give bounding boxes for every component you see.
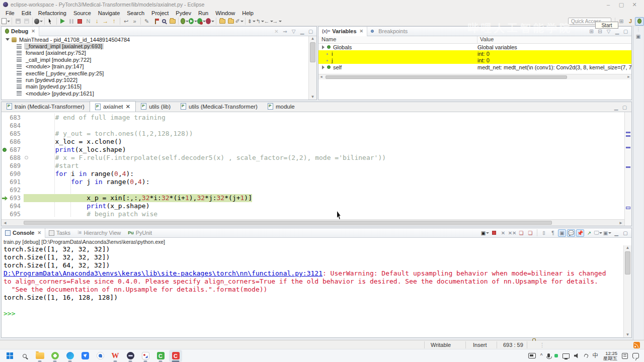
pin-editor-icon[interactable]: ⇟ xyxy=(247,17,256,25)
line-marker-column[interactable] xyxy=(2,202,8,210)
menu-project[interactable]: Project xyxy=(148,10,172,16)
terminate-and-remove-icon[interactable]: ❏ xyxy=(517,229,525,237)
tab-pyunit[interactable]: Pu PyUnit xyxy=(124,228,155,238)
console-file-link[interactable]: D:\ProgramData\Anaconda3\envs\keras\lib\… xyxy=(4,269,323,277)
minimize-icon[interactable]: ▁ xyxy=(298,28,306,35)
fold-column[interactable] xyxy=(21,130,24,138)
line-marker-column[interactable] xyxy=(2,210,8,218)
fold-column[interactable] xyxy=(21,146,24,154)
fold-column[interactable] xyxy=(21,210,24,218)
step-into-icon[interactable]: ↓ xyxy=(93,17,101,25)
editor-maximize-icon[interactable]: ▢ xyxy=(621,104,628,111)
taskbar-search-button[interactable] xyxy=(18,350,31,362)
view-menu-icon[interactable]: ▽ xyxy=(290,28,297,35)
flag-icon[interactable] xyxy=(151,17,159,25)
close-icon[interactable]: ✕ xyxy=(360,29,364,34)
column-value[interactable]: Value xyxy=(477,36,494,43)
console-type-dropdown-icon[interactable]: ▣ xyxy=(481,229,489,237)
new-folder-icon[interactable] xyxy=(218,17,226,25)
open-console-icon[interactable]: ▣ xyxy=(603,229,611,237)
java-perspective-icon[interactable]: J xyxy=(626,17,635,26)
editor-horizontal-scrollbar[interactable]: ◄ ► xyxy=(2,219,624,226)
menu-search[interactable]: Search xyxy=(123,10,148,16)
close-icon[interactable]: ✕ xyxy=(37,230,41,235)
remove-launch-icon[interactable]: ✕ xyxy=(499,229,507,237)
taskbar-app-paint[interactable] xyxy=(139,350,152,362)
drop-to-frame-icon[interactable]: ↩ xyxy=(122,17,130,25)
last-edit-icon[interactable]: ↰ xyxy=(256,17,264,25)
line-marker-column[interactable] xyxy=(2,138,8,146)
expander-icon[interactable] xyxy=(6,38,10,41)
taskbar-app-edge[interactable] xyxy=(63,350,76,362)
back-icon[interactable]: ← xyxy=(264,17,273,25)
cast-icon[interactable] xyxy=(562,353,570,358)
close-icon[interactable]: ✕ xyxy=(31,29,35,34)
stack-frame-row[interactable]: <module> [pydevd.py:1621] xyxy=(2,90,308,97)
start-button[interactable] xyxy=(3,350,16,362)
fold-column[interactable] xyxy=(21,138,24,146)
maximize-icon[interactable]: ▢ xyxy=(307,28,314,35)
overview-ruler[interactable] xyxy=(624,112,631,226)
code-line[interactable]: 690 for i in range(0,4): xyxy=(2,170,624,178)
variables-horizontal-scrollbar[interactable]: ◄ ► xyxy=(318,74,631,79)
taskbar-app-green[interactable] xyxy=(48,350,61,362)
stack-frame-row[interactable]: execfile [_pydev_execfile.py:25] xyxy=(2,70,308,76)
code-line[interactable]: 694 print(x_p.shape) xyxy=(2,202,624,210)
code-line[interactable]: 685 # y_out = torch.ones((1,2,128,128)) xyxy=(2,130,624,138)
notification-center-icon[interactable] xyxy=(622,353,628,359)
line-marker-column[interactable] xyxy=(2,154,8,162)
window-close-button[interactable]: ✕ xyxy=(628,2,641,8)
editor-tab-train[interactable]: train (Medical-Transformer) xyxy=(2,101,90,112)
breakpoint-icon[interactable] xyxy=(3,148,7,152)
taskbar-clock[interactable]: 12:25 星期五 xyxy=(603,351,618,361)
stack-frame-row[interactable]: _forward_impl [axialnet.py:693] xyxy=(2,43,308,49)
mark-occurrences-icon[interactable]: ✎ xyxy=(142,17,151,25)
save-icon[interactable] xyxy=(14,17,22,25)
show-type-names-icon[interactable]: ⊞ xyxy=(588,28,595,35)
fold-column[interactable] xyxy=(21,202,24,210)
remove-terminated-icon[interactable]: ✕ xyxy=(273,28,280,35)
touch-keyboard-icon[interactable] xyxy=(528,353,536,358)
console-vertical-scrollbar[interactable]: ▲ ▼ xyxy=(623,245,631,337)
debug-dropdown-icon[interactable] xyxy=(180,17,189,25)
code-line[interactable]: 684 xyxy=(2,122,624,130)
fold-column[interactable] xyxy=(21,178,24,186)
word-wrap-icon[interactable]: ¶ xyxy=(549,229,557,237)
resume-icon[interactable] xyxy=(58,17,67,25)
debug-perspective-icon[interactable] xyxy=(635,17,644,26)
tab-debug[interactable]: Debug ✕ xyxy=(2,27,39,36)
taskbar-app-circle[interactable] xyxy=(94,350,107,362)
maximize-icon[interactable]: ▢ xyxy=(622,28,629,35)
search-icon[interactable] xyxy=(159,17,168,25)
menu-file[interactable]: File xyxy=(2,10,18,16)
variables-detail-pane[interactable] xyxy=(318,79,631,100)
line-marker-column[interactable] xyxy=(2,186,8,194)
minimize-icon[interactable]: ▁ xyxy=(613,28,621,35)
profile-dropdown-icon[interactable] xyxy=(206,17,214,25)
stack-frame-row[interactable]: <module> [train.py:147] xyxy=(2,63,308,70)
fold-column[interactable] xyxy=(21,170,24,178)
tab-hierarchy-view[interactable]: ⫶≡ Hierarchy View xyxy=(74,228,124,238)
taskbar-app-dark[interactable] xyxy=(124,350,137,362)
line-marker-column[interactable] xyxy=(2,122,8,130)
pin-console-icon[interactable]: 📌 xyxy=(576,229,584,237)
line-marker-column[interactable] xyxy=(2,170,8,178)
clear-console-icon[interactable]: ↗ xyxy=(585,229,593,237)
variable-row[interactable]: selfmedt_net: medt_net(\n (conv1): Conv2… xyxy=(318,64,631,70)
line-marker-column[interactable] xyxy=(2,162,8,170)
remove-all-launches-icon[interactable]: ✕✕ xyxy=(508,229,516,237)
restore-view-icon[interactable]: ▣ xyxy=(633,34,643,39)
code-line[interactable]: 687 print(x_loc.shape) xyxy=(2,146,624,154)
disconnect-icon[interactable]: N xyxy=(84,17,93,25)
console-terminate-icon[interactable] xyxy=(490,229,498,237)
select-pointer-icon[interactable] xyxy=(46,17,55,25)
window-minimize-button[interactable]: – xyxy=(602,2,615,8)
code-line[interactable]: 693 x_p = xin[:,:,32*i:32*(i+1),32*j:32*… xyxy=(2,194,624,202)
menu-refactoring[interactable]: Refactoring xyxy=(35,10,70,16)
tab-tasks[interactable]: Tasks xyxy=(45,228,74,238)
taskbar-app-wps[interactable]: W xyxy=(109,350,122,362)
display-console-icon[interactable]: 🖵 xyxy=(594,229,602,237)
menu-window[interactable]: Window xyxy=(212,10,238,16)
editor-tab-utils[interactable]: utils (lib) xyxy=(136,101,176,112)
external-tools-icon[interactable] xyxy=(226,17,235,25)
